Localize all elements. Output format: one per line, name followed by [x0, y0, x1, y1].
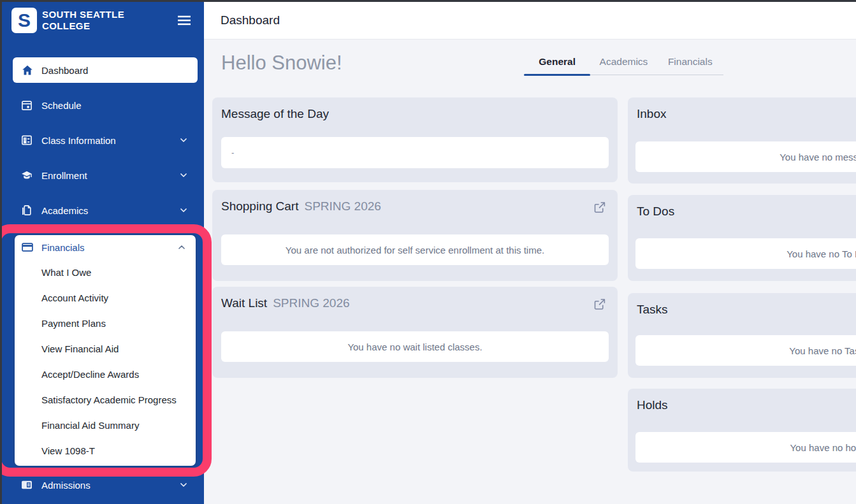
dashboard-tabs: General Academics Financials — [524, 56, 723, 75]
sidebar-item-label: Admissions — [41, 480, 91, 491]
documents-icon — [20, 204, 33, 217]
tab-academics[interactable]: Academics — [590, 56, 657, 75]
sidebar: S SOUTH SEATTLE COLLEGE Dashboard Schedu… — [0, 0, 204, 504]
card-title: Message of the Day — [221, 107, 329, 121]
card-title: Wait ListSPRING 2026 — [221, 296, 350, 310]
sidebar-item-label: Schedule — [41, 100, 82, 111]
tasks-message: You have no Tasks. — [635, 335, 856, 366]
chevron-down-icon — [178, 205, 189, 215]
card-shopping-cart: Shopping CartSPRING 2026 You are not aut… — [212, 190, 618, 281]
shopping-cart-message: You are not authorized for self service … — [221, 234, 609, 265]
sidebar-item-label: Enrollment — [41, 170, 87, 181]
card-to-dos: To Dos You have no To Dos. — [628, 195, 856, 281]
sidebar-item-admissions[interactable]: Admissions — [0, 472, 204, 498]
sidebar-item-schedule[interactable]: Schedule — [0, 92, 204, 118]
window-border-top — [0, 0, 856, 2]
dashboard-content: Hello Snowie! General Academics Financia… — [204, 40, 856, 504]
external-link-icon[interactable] — [593, 298, 606, 311]
submenu-item-accept-decline-awards[interactable]: Accept/Decline Awards — [41, 368, 139, 381]
sidebar-item-enrollment[interactable]: Enrollment — [0, 162, 204, 188]
calendar-icon — [20, 99, 33, 112]
active-tab-underline — [524, 74, 590, 76]
submenu-item-satisfactory-academic-progress[interactable]: Satisfactory Academic Progress — [41, 394, 177, 407]
submenu-item-financial-aid-summary[interactable]: Financial Aid Summary — [41, 419, 139, 432]
brand-line1: SOUTH SEATTLE — [42, 9, 124, 20]
sidebar-item-label: Financials — [41, 242, 85, 253]
sidebar-item-label: Academics — [41, 205, 88, 216]
side-card-column: Inbox You have no messages. To Dos You h… — [628, 97, 856, 472]
class-grid-icon — [20, 134, 33, 147]
card-title-text: Wait List — [221, 296, 267, 310]
tab-general[interactable]: General — [524, 56, 590, 75]
card-holds: Holds You have no holds. — [628, 389, 856, 472]
card-title: To Dos — [637, 205, 674, 219]
greeting-text: Hello Snowie! — [221, 52, 342, 75]
wait-list-message: You have no wait listed classes. — [221, 331, 609, 362]
chevron-down-icon — [178, 480, 189, 490]
card-title-text: Shopping Cart — [221, 199, 298, 213]
card-title: Shopping CartSPRING 2026 — [221, 199, 381, 213]
card-message-of-the-day: Message of the Day - — [212, 97, 618, 182]
submenu-item-view-1098-t[interactable]: View 1098-T — [41, 445, 95, 457]
chevron-up-icon — [177, 242, 187, 252]
financials-expanded-panel: Financials What I Owe Account Activity P… — [13, 233, 198, 468]
holds-message: You have no holds. — [635, 432, 856, 463]
external-link-icon[interactable] — [593, 201, 606, 214]
sidebar-item-label: Class Information — [41, 135, 116, 146]
page-title: Dashboard — [221, 13, 280, 27]
chevron-down-icon — [178, 170, 189, 180]
card-term-label: SPRING 2026 — [304, 199, 381, 213]
sidebar-item-dashboard[interactable]: Dashboard — [13, 57, 198, 83]
submenu-item-account-activity[interactable]: Account Activity — [41, 292, 108, 305]
top-bar: Dashboard — [204, 0, 856, 40]
sidebar-item-class-information[interactable]: Class Information — [0, 127, 204, 153]
card-inbox: Inbox You have no messages. — [628, 97, 856, 184]
card-title: Inbox — [637, 107, 666, 121]
sidebar-item-label: Dashboard — [41, 65, 88, 76]
credit-card-icon — [21, 241, 34, 254]
admissions-card-icon — [20, 479, 33, 491]
main-area: Dashboard Hello Snowie! General Academic… — [204, 0, 856, 504]
tab-financials[interactable]: Financials — [657, 56, 723, 75]
submenu-item-payment-plans[interactable]: Payment Plans — [41, 317, 106, 330]
card-title: Holds — [637, 398, 668, 412]
inbox-message: You have no messages. — [635, 141, 856, 172]
sidebar-item-academics[interactable]: Academics — [0, 198, 204, 223]
card-tasks: Tasks You have no Tasks. — [628, 293, 856, 378]
app-window: S SOUTH SEATTLE COLLEGE Dashboard Schedu… — [0, 0, 856, 504]
sidebar-item-financials[interactable]: Financials — [15, 240, 196, 256]
home-icon — [21, 64, 34, 76]
main-card-column: Message of the Day - Shopping CartSPRING… — [212, 97, 618, 378]
message-of-the-day-body: - — [221, 137, 609, 168]
college-logo: S — [11, 8, 37, 33]
card-term-label: SPRING 2026 — [273, 296, 349, 310]
submenu-item-what-i-owe[interactable]: What I Owe — [41, 266, 91, 279]
chevron-down-icon — [178, 135, 189, 145]
college-logo-letter: S — [18, 11, 31, 30]
window-border-left — [0, 0, 2, 504]
hamburger-menu-icon[interactable] — [177, 15, 191, 25]
card-wait-list: Wait ListSPRING 2026 You have no wait li… — [212, 287, 618, 378]
submenu-item-view-financial-aid[interactable]: View Financial Aid — [41, 343, 119, 356]
to-dos-message: You have no To Dos. — [635, 238, 856, 269]
graduation-cap-icon — [20, 169, 33, 182]
card-title: Tasks — [637, 303, 668, 317]
brand-name: SOUTH SEATTLE COLLEGE — [42, 9, 124, 32]
brand-line2: COLLEGE — [42, 20, 124, 32]
